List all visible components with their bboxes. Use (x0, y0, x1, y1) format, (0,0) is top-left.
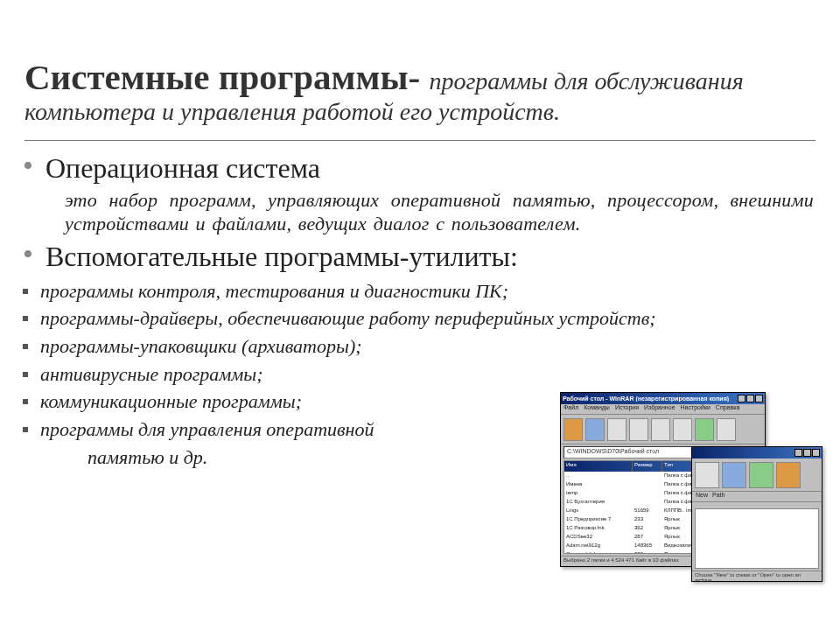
cell: 1С Разговор.lnk (564, 524, 633, 533)
tab-item: Path (712, 492, 724, 501)
col-name: Имя (564, 461, 633, 472)
title-underline (24, 140, 816, 141)
cell: 233 (633, 515, 662, 524)
cell (633, 498, 662, 507)
min-icon (794, 449, 802, 457)
cell: 287 (633, 533, 662, 542)
winrar-titlebar: Рабочий стол - WinRAR (незарегистрирован… (563, 396, 729, 402)
toolbar-icon (564, 418, 583, 441)
title-main: Системные программы- (24, 57, 429, 97)
menu-item: Справка (716, 404, 739, 414)
archiver-pane (695, 508, 819, 569)
sub-item-0: программы контроля, тестирования и диагн… (40, 278, 508, 304)
menu-item: Настройки (681, 404, 710, 414)
sub-item-5: программы для управления оперативной (40, 416, 374, 443)
thumbnail-stack: Рабочий стол - WinRAR (незарегистрирован… (560, 392, 822, 583)
archiver-toolbar (692, 458, 822, 492)
cell: .. (564, 472, 633, 480)
toolbar-icon (717, 418, 736, 441)
sub-item-4: коммуникационные программы; (40, 388, 302, 415)
menu-item: Избранное (644, 404, 675, 414)
menu-item: История (615, 404, 639, 414)
bullet-icon: • (23, 153, 33, 179)
bullet-square-icon (23, 399, 28, 404)
cell: 362 (633, 524, 662, 533)
cell: 51659 (633, 507, 662, 515)
toolbar-icon (607, 418, 626, 441)
sub-item-2: программы-упаковщики (архиваторы); (40, 333, 362, 360)
cell: 148365 (633, 542, 662, 550)
toolbar-icon (695, 462, 719, 488)
bullet-icon: • (23, 242, 33, 268)
sub-item-3: антивирусные программы; (40, 361, 263, 388)
bullet-square-icon (23, 427, 28, 432)
min-icon (738, 395, 746, 402)
bullet-square-icon (23, 344, 28, 349)
cell: Coursach.lnk (564, 550, 633, 554)
sub-item-1: программы-драйверы, обеспечивающие работ… (40, 305, 656, 332)
close-icon (755, 395, 763, 402)
bullet-square-icon (23, 289, 28, 294)
menu-item: Команды (584, 404, 610, 414)
archiver-status: Choose "New" to create or "Open" to open… (692, 570, 822, 581)
max-icon (803, 449, 811, 457)
toolbar-icon (695, 418, 714, 441)
archiver-tabs: New Path (692, 492, 822, 502)
toolbar-icon (776, 462, 801, 488)
toolbar-icon (673, 418, 692, 441)
cell (633, 472, 662, 480)
cell: 1С Предприятие 7 (564, 515, 633, 524)
cell: temp (564, 489, 633, 498)
cell: ACDSee32 (564, 533, 633, 542)
winrar-menu: Файл Команды История Избранное Настройки… (561, 404, 765, 415)
toolbar-icon (749, 462, 774, 488)
tab-item: New (696, 492, 708, 501)
toolbar-icon (722, 462, 746, 488)
os-definition: это набор программ, управляющих оператив… (46, 188, 814, 236)
bullet-square-icon (23, 372, 28, 377)
cell: Lingv (564, 507, 633, 515)
winrar-toolbar (561, 415, 765, 444)
cell (633, 489, 662, 498)
max-icon (746, 395, 754, 402)
cell (633, 480, 662, 489)
cell: 1С Бухгалтерия (564, 498, 633, 507)
col-size: Размер (633, 461, 662, 472)
cell: 280 (633, 550, 662, 554)
cell: Adam.net912g (564, 542, 633, 550)
menu-item: Файл (564, 404, 578, 414)
toolbar-icon (585, 418, 605, 441)
archiver-window: New Path Choose "New" to create or "Open… (691, 446, 822, 582)
toolbar-icon (629, 418, 648, 441)
slide-title: Системные программы- программы для обслу… (0, 0, 840, 131)
bullet-square-icon (23, 316, 28, 321)
heading-os: Операционная система (46, 153, 320, 185)
close-icon (812, 449, 820, 457)
toolbar-icon (651, 418, 670, 441)
cell: Имена (564, 480, 633, 489)
heading-utilities: Вспомогательные программы-утилиты: (46, 242, 518, 273)
